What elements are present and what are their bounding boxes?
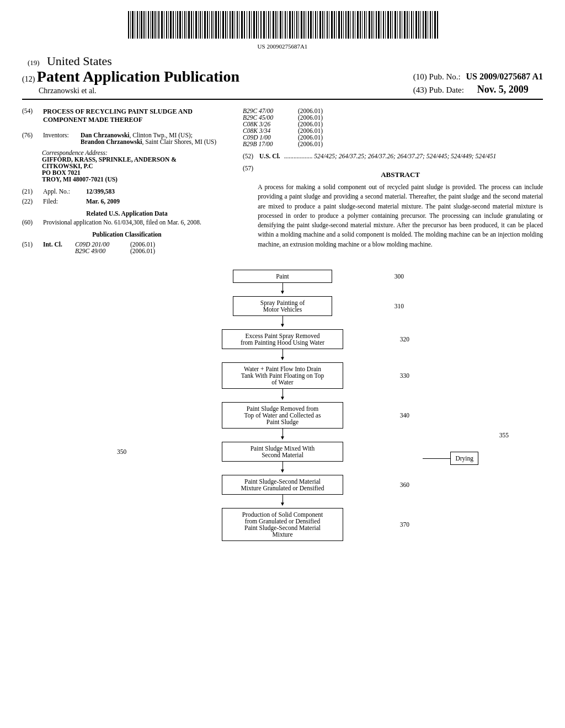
svg-rect-73	[294, 11, 295, 39]
country-label: United States	[47, 54, 112, 68]
svg-rect-28	[188, 11, 190, 39]
label-10: (10)	[413, 72, 429, 81]
pub-date-label: Pub. Date:	[429, 85, 464, 94]
svg-rect-101	[360, 11, 361, 39]
flow-box-320: Excess Paint Spray Removedfrom Painting …	[222, 329, 343, 349]
svg-rect-77	[303, 11, 305, 39]
right-class-date-2: (2006.01)	[298, 114, 543, 121]
svg-rect-78	[306, 11, 306, 39]
svg-rect-11	[150, 11, 151, 39]
svg-rect-108	[376, 11, 377, 39]
flow-step-id-355: 355	[499, 432, 509, 438]
svg-rect-85	[322, 11, 323, 39]
flow-label-355: Drying	[455, 455, 473, 462]
inventor2-name: Brandon Chrzanowski	[81, 138, 142, 145]
svg-rect-68	[282, 11, 283, 39]
svg-rect-40	[215, 11, 217, 39]
svg-rect-13	[154, 11, 156, 39]
section-52-dotleader: ..................	[284, 153, 315, 159]
svg-rect-30	[193, 11, 194, 39]
flow-arrow-5: ▼	[145, 429, 420, 442]
svg-rect-119	[402, 11, 402, 39]
svg-rect-76	[301, 11, 302, 39]
section-60-text: Provisional application No. 61/034,308, …	[43, 219, 232, 226]
pub-class-header: Publication Classification	[22, 231, 232, 238]
barcode-image: // generate barcode pattern inline	[117, 11, 448, 39]
svg-rect-70	[287, 11, 287, 39]
right-column: B29C 47/00 (2006.01) B29C 45/00 (2006.01…	[243, 108, 543, 260]
label-12: (12)	[22, 75, 37, 83]
flow-box-350: Paint Sludge Mixed WithSecond Material	[222, 442, 343, 462]
svg-rect-122	[409, 11, 409, 39]
int-cl-code-2: B29C 49/00	[75, 248, 125, 254]
right-class-date-5: (2006.01)	[298, 134, 543, 141]
svg-rect-115	[392, 11, 393, 39]
flow-step-310: Spray Painting ofMotor Vehicles 310	[145, 296, 420, 316]
section-21-value: 12/399,583	[86, 188, 232, 195]
right-class-date-1: (2006.01)	[298, 108, 543, 114]
svg-rect-15	[158, 11, 159, 39]
svg-rect-25	[182, 11, 183, 39]
flow-arrow-6: ▼	[145, 462, 420, 475]
section-51: (51) Int. Cl. C09D 201/00 (2006.01) B29C…	[22, 241, 232, 254]
flow-step-350: Paint Sludge Mixed WithSecond Material D…	[145, 442, 420, 462]
svg-rect-12	[152, 11, 153, 39]
svg-rect-50	[239, 11, 239, 39]
left-column: (54) PROCESS OF RECYCLING PAINT SLUDGE A…	[22, 108, 232, 260]
svg-rect-51	[241, 11, 243, 39]
flow-box-370: Production of Solid Componentfrom Granul…	[222, 508, 343, 541]
int-cl-row-1: C09D 201/00 (2006.01)	[75, 241, 232, 248]
flow-step-id-350: 350	[117, 448, 126, 455]
section-52: (52) U.S. Cl. .................. 524/425…	[243, 153, 543, 159]
svg-rect-55	[251, 11, 252, 39]
side-line-355	[423, 458, 450, 459]
svg-rect-94	[343, 11, 344, 39]
svg-rect-118	[399, 11, 401, 39]
svg-rect-41	[218, 11, 219, 39]
right-class-code-3: C08K 3/26	[243, 121, 292, 127]
svg-rect-126	[418, 11, 419, 39]
svg-rect-21	[173, 11, 174, 39]
svg-rect-92	[338, 11, 340, 39]
inventor1: Dan Chrzanowski, Clinton Twp., MI (US);	[81, 132, 232, 138]
corr-firm2: CITKOWSKI, P.C	[42, 163, 232, 169]
flowchart-section: Paint 300 ▼ Spray Painting ofMotor Vehic…	[22, 270, 543, 541]
svg-rect-117	[397, 11, 398, 39]
svg-rect-91	[336, 11, 337, 39]
svg-rect-10	[148, 11, 149, 39]
flow-label-340: Paint Sludge Removed fromTop of Water an…	[244, 405, 321, 425]
svg-rect-103	[364, 11, 365, 39]
flow-step-320: Excess Paint Spray Removedfrom Painting …	[145, 329, 420, 349]
section-21-label: Appl. No.:	[43, 188, 82, 195]
int-cl-code-1: C09D 201/00	[75, 241, 125, 248]
svg-rect-65	[275, 11, 276, 39]
svg-rect-104	[366, 11, 367, 39]
section-60: (60) Provisional application No. 61/034,…	[22, 219, 232, 226]
corr-address: Correspondence Address: GIFFORD, KRASS, …	[42, 149, 232, 183]
flow-arrow-3: ▼	[145, 349, 420, 362]
flow-box-355: Drying	[450, 452, 478, 465]
flow-arrow-2: ▼	[145, 316, 420, 329]
section-51-num: (51)	[22, 241, 39, 254]
svg-rect-38	[211, 11, 212, 39]
flow-step-id-370: 370	[400, 521, 409, 528]
svg-rect-45	[227, 11, 228, 39]
svg-rect-42	[220, 11, 221, 39]
svg-rect-124	[413, 11, 414, 39]
section-54-content: PROCESS OF RECYCLING PAINT SLUDGE AND CO…	[43, 108, 232, 125]
svg-rect-36	[207, 11, 208, 39]
svg-rect-37	[209, 11, 210, 39]
pub-date-line: (43) Pub. Date: Nov. 5, 2009	[413, 84, 543, 95]
svg-rect-18	[166, 11, 167, 39]
section-76-content: Dan Chrzanowski, Clinton Twp., MI (US); …	[81, 132, 232, 145]
svg-rect-133	[434, 11, 436, 39]
flow-step-330: Water + Paint Flow Into DrainTank With P…	[145, 362, 420, 389]
pub-no-label: Pub. No.:	[429, 72, 461, 81]
svg-rect-7	[141, 11, 142, 39]
svg-rect-121	[407, 11, 408, 39]
flow-box-300: Paint	[233, 270, 332, 283]
flow-label-360: Paint Sludge-Second MaterialMixture Gran…	[241, 478, 324, 491]
svg-rect-19	[168, 11, 169, 39]
svg-rect-35	[204, 11, 206, 39]
right-class-code-6: B29B 17/00	[243, 141, 292, 147]
